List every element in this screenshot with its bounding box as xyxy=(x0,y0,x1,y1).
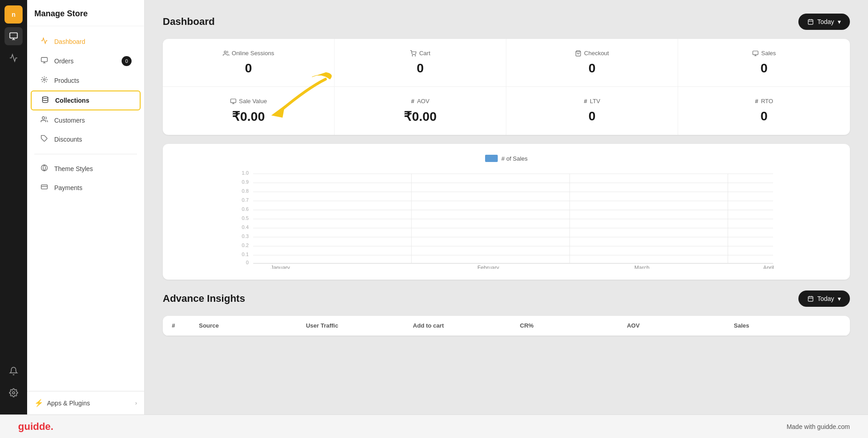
date-chevron-icon: ▾ xyxy=(838,18,841,25)
sidebar-item-label-customers: Customers xyxy=(54,117,85,124)
sidebar-footer[interactable]: ⚡ Apps & Plugins › xyxy=(27,391,144,414)
svg-rect-58 xyxy=(808,296,813,301)
sidebar-item-label-orders: Orders xyxy=(54,57,74,65)
svg-text:0: 0 xyxy=(246,260,249,265)
sidebar-item-payments[interactable]: Payments xyxy=(31,179,141,197)
sidebar-item-label-payments: Payments xyxy=(54,184,82,191)
dashboard-title: Dashboard xyxy=(163,16,215,28)
main-content: Dashboard Today ▾ Online Sessions xyxy=(145,0,868,414)
stat-label-rto: # RTO xyxy=(687,98,841,105)
th-user-traffic: User Traffic xyxy=(306,322,413,329)
sidebar-item-label-products: Products xyxy=(54,77,79,84)
sidebar-nav: Dashboard Orders 0 xyxy=(27,26,144,391)
table-header: # Source User Traffic Add to cart CR% AO… xyxy=(163,316,850,336)
analytics-icon-btn[interactable] xyxy=(5,49,23,67)
th-sales: Sales xyxy=(734,322,841,329)
bell-icon-btn[interactable] xyxy=(5,362,23,380)
stat-value-online-sessions: 0 xyxy=(172,61,325,76)
insights-section: Advance Insights Today ▾ # Source U xyxy=(163,290,850,336)
stat-card-aov: # AOV ₹0.00 xyxy=(335,87,506,135)
sidebar-divider xyxy=(34,154,137,154)
svg-rect-15 xyxy=(808,19,813,24)
svg-rect-26 xyxy=(231,99,236,102)
insights-date-button[interactable]: Today ▾ xyxy=(798,290,850,307)
th-aov: AOV xyxy=(627,322,734,329)
svg-rect-2 xyxy=(10,33,18,38)
stat-label-sales: Sales xyxy=(687,50,841,57)
dashboard-header: Dashboard Today ▾ xyxy=(163,14,850,30)
svg-point-3 xyxy=(13,392,15,394)
svg-point-7 xyxy=(43,79,45,81)
insights-table: # Source User Traffic Add to cart CR% AO… xyxy=(163,316,850,336)
sidebar-item-discounts[interactable]: Discounts xyxy=(31,130,141,148)
stat-card-sales: Sales 0 xyxy=(678,39,850,86)
stat-label-cart: Cart xyxy=(344,50,497,57)
stat-label-ltv: # LTV xyxy=(515,98,669,105)
svg-text:0.6: 0.6 xyxy=(242,206,249,212)
orders-icon xyxy=(40,57,49,66)
th-number: # xyxy=(172,322,199,329)
stat-card-online-sessions: Online Sessions 0 xyxy=(163,39,335,86)
sidebar: Manage Store Dashboard xyxy=(27,0,145,414)
sidebar-item-products[interactable]: Products xyxy=(31,71,141,90)
dashboard-date-button[interactable]: Today ▾ xyxy=(798,14,850,30)
stat-value-sale-value: ₹0.00 xyxy=(172,109,325,124)
stat-label-sale-value: Sale Value xyxy=(172,98,325,105)
svg-text:n: n xyxy=(12,11,16,18)
svg-text:February: February xyxy=(477,265,499,269)
payments-icon xyxy=(40,183,49,192)
sidebar-item-customers[interactable]: Customers xyxy=(31,111,141,129)
insights-date-label: Today xyxy=(817,295,834,302)
th-cr-percent: CR% xyxy=(520,322,627,329)
stats-row-1: Online Sessions 0 Cart 0 Checkout xyxy=(163,39,850,87)
expand-icon: › xyxy=(135,400,137,406)
sidebar-item-label-discounts: Discounts xyxy=(54,136,82,143)
sidebar-item-collections[interactable]: Collections xyxy=(31,90,141,110)
svg-text:March: March xyxy=(634,265,649,269)
svg-text:0.8: 0.8 xyxy=(242,188,249,194)
svg-point-9 xyxy=(42,117,44,119)
store-icon-btn[interactable] xyxy=(5,27,23,45)
stat-value-rto: 0 xyxy=(687,109,841,124)
svg-text:January: January xyxy=(271,265,290,269)
dashboard-date-label: Today xyxy=(817,18,834,25)
svg-point-19 xyxy=(224,51,226,53)
sidebar-item-orders[interactable]: Orders 0 xyxy=(31,52,141,71)
sidebar-item-theme-styles[interactable]: Theme Styles xyxy=(31,160,141,178)
app-logo-btn[interactable]: n xyxy=(5,5,23,24)
stat-value-sales: 0 xyxy=(687,61,841,76)
th-add-to-cart: Add to cart xyxy=(413,322,520,329)
theme-styles-icon xyxy=(40,164,49,173)
stats-row-2: Sale Value ₹0.00 # AOV ₹0.00 # LTV xyxy=(163,87,850,135)
stat-value-checkout: 0 xyxy=(515,61,669,76)
svg-text:0.9: 0.9 xyxy=(242,179,249,185)
svg-text:1.0: 1.0 xyxy=(242,170,249,176)
products-icon xyxy=(40,76,49,85)
legend-color-box xyxy=(485,155,498,162)
bottom-bar: guidde. Made with guidde.com xyxy=(0,414,868,438)
stat-label-online-sessions: Online Sessions xyxy=(172,50,325,57)
stat-card-rto: # RTO 0 xyxy=(678,87,850,135)
stat-label-aov: # AOV xyxy=(344,98,497,105)
sidebar-item-dashboard[interactable]: Dashboard xyxy=(31,33,141,51)
svg-text:April: April xyxy=(763,265,774,269)
stat-value-ltv: 0 xyxy=(515,109,669,124)
svg-text:0.5: 0.5 xyxy=(242,215,249,221)
icon-bar: n xyxy=(0,0,27,414)
chart-container: # of Sales 1.0 0.9 0.8 0.7 0.6 0.5 0.4 0… xyxy=(163,144,850,280)
stat-card-sale-value: Sale Value ₹0.00 xyxy=(163,87,335,135)
svg-text:0.3: 0.3 xyxy=(242,233,249,239)
settings-icon-btn[interactable] xyxy=(5,384,23,402)
sidebar-item-label-theme-styles: Theme Styles xyxy=(54,165,93,172)
sidebar-title: Manage Store xyxy=(27,0,144,26)
stat-card-checkout: Checkout 0 xyxy=(506,39,678,86)
svg-rect-12 xyxy=(41,185,47,189)
svg-point-11 xyxy=(41,165,47,171)
svg-point-20 xyxy=(412,55,413,56)
sidebar-item-label-collections: Collections xyxy=(55,97,89,104)
apps-plugins-icon: ⚡ xyxy=(34,399,43,407)
svg-text:0.1: 0.1 xyxy=(242,252,249,257)
chart-legend-label: # of Sales xyxy=(501,155,528,162)
svg-text:0.4: 0.4 xyxy=(242,224,249,230)
collections-icon xyxy=(41,96,50,105)
